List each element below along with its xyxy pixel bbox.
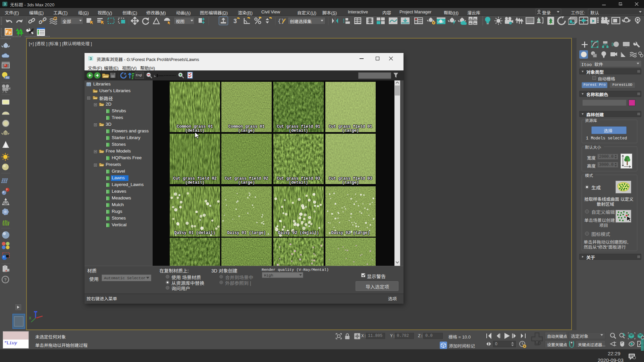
svg-text:?: ? — [4, 277, 7, 282]
svg-text:3: 3 — [90, 57, 92, 61]
svg-text:3: 3 — [4, 2, 6, 6]
svg-text:P: P — [9, 31, 11, 35]
svg-text:F: F — [6, 29, 9, 35]
svg-text:3: 3 — [233, 18, 237, 24]
svg-text:X: X — [29, 316, 32, 320]
